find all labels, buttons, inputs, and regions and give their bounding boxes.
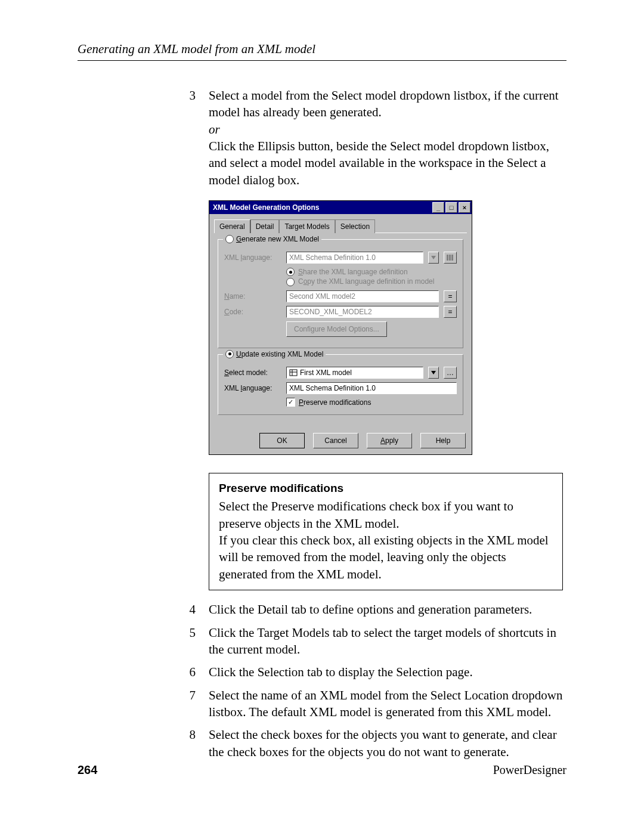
svg-marker-7 <box>431 371 436 374</box>
product-name: PowerDesigner <box>493 763 566 777</box>
tab-target-models[interactable]: Target Models <box>279 219 335 233</box>
radio-generate-new[interactable] <box>225 235 234 243</box>
group-generate-new: Generate new XML Model XML language: XML… <box>218 239 463 348</box>
dialog-titlebar: XML Model Generation Options _ □ × <box>209 201 472 214</box>
tab-selection[interactable]: Selection <box>335 219 375 233</box>
close-button[interactable]: × <box>459 202 470 213</box>
radio-copy-definition-row: Copy the XML language definition in mode… <box>286 277 457 286</box>
radio-share-definition <box>286 268 295 276</box>
dialog-xml-generation-options: XML Model Generation Options _ □ × Gener… <box>209 200 472 455</box>
maximize-button[interactable]: □ <box>445 202 457 213</box>
library-icon <box>446 253 454 262</box>
label-name: Name: <box>224 292 281 301</box>
dropdown-icon <box>428 252 439 264</box>
tab-detail[interactable]: Detail <box>250 219 280 233</box>
apply-button[interactable]: Apply <box>367 433 412 448</box>
step-number: 4 <box>185 601 196 618</box>
group-update-existing: Update existing XML Model Select model: … <box>218 354 463 415</box>
note-paragraph: If you clear this check box, all existin… <box>219 532 553 583</box>
note-title: Preserve modifications <box>219 481 553 496</box>
field-code: SECOND_XML_MODEL2 <box>286 306 439 318</box>
configure-model-options-button: Configure Model Options... <box>286 321 387 337</box>
step-text: Select the check boxes for the objects y… <box>209 726 566 760</box>
svg-rect-4 <box>290 370 297 376</box>
step-number: 7 <box>185 687 196 721</box>
svg-rect-3 <box>451 255 453 261</box>
radio-share-definition-row: Share the XML language definition <box>286 267 457 277</box>
help-button[interactable]: Help <box>420 433 466 448</box>
svg-marker-0 <box>431 256 436 259</box>
svg-rect-2 <box>449 255 451 261</box>
dropdown-icon[interactable] <box>428 367 439 379</box>
step-text-alt: Click the Ellipsis button, beside the Se… <box>209 139 549 187</box>
minimize-button[interactable]: _ <box>432 202 444 213</box>
label-xml-language-2: XML language: <box>224 383 281 393</box>
tab-general[interactable]: General <box>214 219 250 233</box>
checkbox-preserve-row: Preserve modifications <box>286 398 457 407</box>
cancel-button[interactable]: Cancel <box>313 433 358 448</box>
step-4: 4 Click the Detail tab to define options… <box>185 601 566 618</box>
page-number: 264 <box>78 763 97 777</box>
step-7: 7 Select the name of an XML model from t… <box>185 687 566 721</box>
field-name: Second XML model2 <box>286 290 439 302</box>
step-3: 3 Select a model from the Select model d… <box>185 87 566 188</box>
tab-bar: General Detail Target Models Selection <box>209 214 472 233</box>
step-number: 5 <box>185 624 196 658</box>
step-number: 6 <box>185 664 196 680</box>
code-aux-button: = <box>444 306 457 318</box>
ok-button[interactable]: OK <box>259 433 305 448</box>
checkbox-preserve-modifications[interactable] <box>286 398 295 407</box>
step-6: 6 Click the Selection tab to display the… <box>185 664 566 680</box>
step-number: 8 <box>185 726 196 760</box>
page-footer: 264 PowerDesigner <box>78 763 566 777</box>
radio-update-existing[interactable] <box>225 350 234 358</box>
browse-button <box>444 252 457 264</box>
label-xml-language: XML language: <box>224 253 281 262</box>
label-select-model: Select model: <box>224 368 281 377</box>
step-text: Click the Selection tab to display the S… <box>209 664 566 680</box>
step-text: Click the Target Models tab to select th… <box>209 624 566 658</box>
step-text: Select a model from the Select model dro… <box>209 88 559 119</box>
note-paragraph: Select the Preserve modifications check … <box>219 498 553 532</box>
ellipsis-button[interactable]: … <box>444 367 457 379</box>
svg-rect-1 <box>447 255 448 261</box>
name-aux-button: = <box>444 290 457 302</box>
note-preserve-modifications: Preserve modifications Select the Preser… <box>209 473 563 590</box>
step-text: Select the name of an XML model from the… <box>209 687 566 721</box>
radio-copy-definition <box>286 278 295 286</box>
field-xml-language: XML Schema Definition 1.0 <box>286 252 423 264</box>
model-icon <box>289 368 298 377</box>
step-8: 8 Select the check boxes for the objects… <box>185 726 566 760</box>
step-text: Click the Detail tab to define options a… <box>209 601 566 618</box>
running-head: Generating an XML model from an XML mode… <box>78 42 566 61</box>
or-word: or <box>209 122 220 137</box>
dialog-title: XML Model Generation Options <box>213 203 319 212</box>
field-xml-language-2: XML Schema Definition 1.0 <box>286 382 457 394</box>
field-select-model[interactable]: First XML model <box>286 367 423 379</box>
label-code: Code: <box>224 307 281 317</box>
step-5: 5 Click the Target Models tab to select … <box>185 624 566 658</box>
step-number: 3 <box>185 87 196 188</box>
